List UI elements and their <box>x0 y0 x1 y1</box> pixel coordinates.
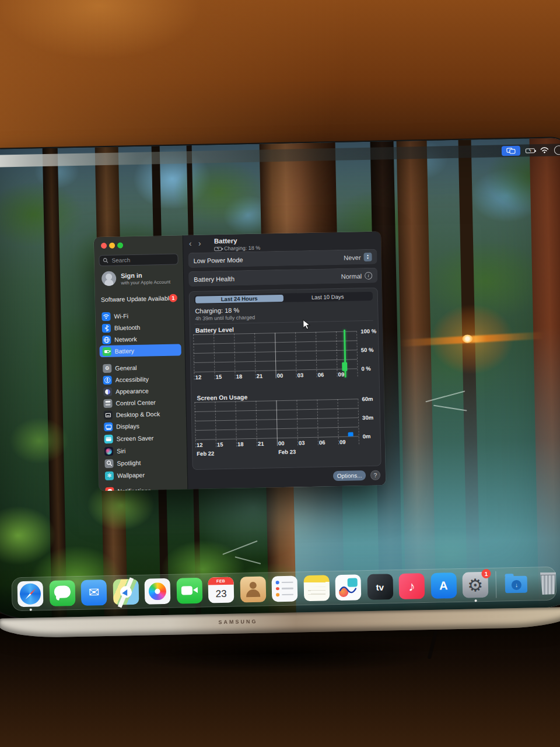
sidebar-item-label: Battery <box>115 347 134 355</box>
sidebar-item-appearance[interactable]: Appearance <box>100 384 182 397</box>
dock-reminders[interactable] <box>271 575 298 602</box>
gridline <box>214 334 215 379</box>
gridline <box>336 331 338 377</box>
x-tick: 18 <box>237 441 244 447</box>
battery-charging-icon[interactable]: ϟ <box>526 148 535 153</box>
x-tick: 12 <box>197 442 203 448</box>
x-tick: 06 <box>319 439 326 445</box>
appearance-icon <box>103 387 112 396</box>
sidebar-item-screen-saver[interactable]: Screen Saver <box>101 431 183 445</box>
dock-trash[interactable] <box>535 570 560 596</box>
close-button[interactable] <box>101 243 107 249</box>
day-boundary-gridline <box>275 333 276 378</box>
sidebar-item-label: Wallpaper <box>117 472 145 479</box>
dock-divider <box>495 571 496 598</box>
mouse-cursor <box>303 319 311 333</box>
sidebar-item-label: Desktop & Dock <box>116 410 160 418</box>
sidebar-item-wallpaper[interactable]: ✻ Wallpaper <box>102 468 184 481</box>
dock-facetime[interactable] <box>176 578 202 604</box>
charging-status: ϟ Charging: 18 % <box>214 245 260 252</box>
date-label: Feb 23 <box>278 448 296 455</box>
dock-freeform[interactable] <box>335 574 361 601</box>
dock-messages[interactable] <box>49 580 75 606</box>
display-icon <box>104 422 113 431</box>
back-chevron-icon[interactable]: ‹ <box>189 239 192 248</box>
info-icon[interactable]: i <box>365 272 372 280</box>
dock-apple-tv[interactable]: tv <box>367 574 393 600</box>
sidebar-item-label: Network <box>114 336 137 343</box>
sidebar-item-network[interactable]: Network <box>99 332 181 345</box>
calendar-month: FEB <box>208 577 233 585</box>
tab-last-10-days[interactable]: Last 10 Days <box>284 292 372 301</box>
dock-music[interactable]: ♪ <box>398 573 425 599</box>
dock-maps[interactable] <box>113 579 139 605</box>
sidebar-item-label: Screen Saver <box>117 434 154 442</box>
dock-app-store[interactable]: A <box>430 573 457 599</box>
sidebar-item-label: Appearance <box>116 388 149 395</box>
sidebar-item-control-center[interactable]: Control Center <box>100 396 182 409</box>
forward-chevron-icon[interactable]: › <box>198 239 201 248</box>
dock-system-settings[interactable]: ⚙1 <box>462 572 488 598</box>
charging-status-text: Charging: 18 % <box>224 245 260 252</box>
search-icon <box>103 257 108 264</box>
battery-icon <box>103 347 111 355</box>
avatar[interactable] <box>102 271 116 286</box>
sidebar-item-accessibility[interactable]: Accessibility <box>100 372 181 386</box>
minimize-button[interactable] <box>109 243 115 249</box>
sidebar-item-desktop-dock[interactable]: Desktop & Dock <box>101 407 183 421</box>
gridline <box>194 402 196 448</box>
gridline <box>295 332 297 378</box>
menu-extra-icon[interactable] <box>554 145 560 155</box>
software-update-label[interactable]: Software Update Available <box>101 295 173 303</box>
wifi-icon[interactable] <box>540 145 549 155</box>
battery-charging-icon: ϟ <box>214 246 222 250</box>
dock-safari[interactable] <box>18 581 44 607</box>
settings-badge: 1 <box>481 569 491 578</box>
sidebar-item-label: Accessibility <box>116 376 149 383</box>
tab-last-24-hours[interactable]: Last 24 Hours <box>195 294 284 303</box>
sidebar-item-battery[interactable]: Battery <box>99 344 181 357</box>
dock-contacts[interactable] <box>240 577 266 603</box>
chart2-title: Screen On Usage <box>197 393 247 402</box>
gridline <box>256 401 257 446</box>
row-label: Battery Health <box>194 275 235 282</box>
search-field[interactable] <box>99 253 178 266</box>
help-button[interactable]: ? <box>370 470 380 480</box>
x-tick: 15 <box>215 374 222 380</box>
accessibility-icon <box>103 375 112 384</box>
running-indicator <box>475 599 477 602</box>
screen-on-usage-chart: 60m 30m 0m 12 15 18 21 00 03 06 09 Feb 2… <box>194 399 359 458</box>
sidebar-item-general[interactable]: ⚙ General <box>100 361 181 374</box>
screen-mirroring-icon[interactable] <box>502 146 520 156</box>
gridline <box>193 334 195 380</box>
search-input[interactable] <box>110 256 174 264</box>
sidebar-item-wifi[interactable]: Wi-Fi <box>99 309 180 322</box>
options-button[interactable]: Options... <box>333 470 366 481</box>
x-tick: 06 <box>317 371 324 378</box>
gridline <box>356 331 358 376</box>
dock-photos[interactable] <box>145 578 171 605</box>
dock-notes[interactable] <box>303 575 330 601</box>
popup-stepper-icon[interactable]: ▲▼ <box>363 253 372 261</box>
sidebar-item-label: General <box>115 364 137 372</box>
screen-usage-bar <box>348 432 354 437</box>
sign-in-title[interactable]: Sign in <box>121 272 142 280</box>
sidebar-item-siri[interactable]: Siri <box>102 444 183 457</box>
sidebar-item-spotlight[interactable]: Spotlight <box>102 456 183 469</box>
bluetooth-icon <box>102 323 111 332</box>
settings-content-pane: ‹ › Battery ϟ Charging: 18 % Low Power M… <box>183 231 386 489</box>
sidebar-item-bluetooth[interactable]: Bluetooth <box>99 320 181 334</box>
dock-downloads-folder[interactable]: ↓ <box>503 571 529 598</box>
dock-mail[interactable]: ✉ <box>81 580 107 606</box>
zoom-button[interactable] <box>117 242 123 248</box>
day-boundary-gridline <box>276 400 278 446</box>
sidebar-item-label: Displays <box>116 423 139 430</box>
sidebar-item-displays[interactable]: Displays <box>101 419 183 432</box>
x-tick: 09 <box>338 371 344 378</box>
software-update-badge: 1 <box>169 294 177 302</box>
sidebar-item-label: Bluetooth <box>114 324 141 331</box>
dock-calendar[interactable]: FEB 23 <box>208 577 234 603</box>
gridline <box>337 399 339 445</box>
low-power-mode-row: Low Power Mode Never ▲▼ <box>188 249 377 268</box>
x-tick: 21 <box>258 441 264 447</box>
